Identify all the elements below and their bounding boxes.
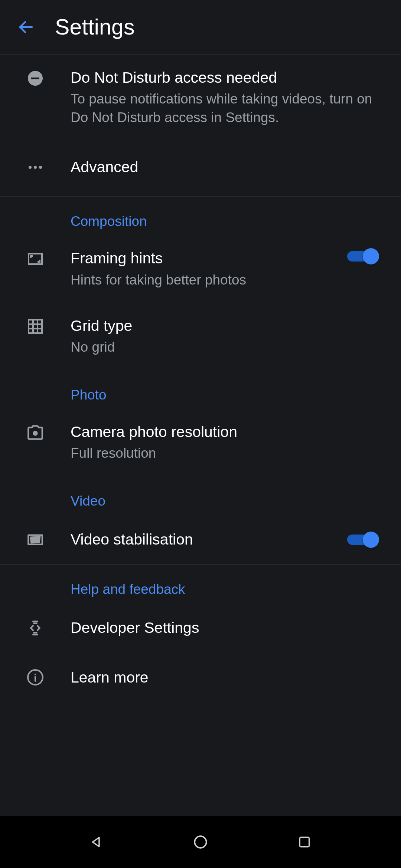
- back-button[interactable]: [16, 17, 36, 37]
- row-developer-settings[interactable]: Developer Settings: [0, 603, 401, 652]
- row-photo-resolution[interactable]: Camera photo resolution Full resolution: [0, 409, 401, 476]
- info-icon: [26, 668, 44, 686]
- frame-icon: [26, 250, 44, 268]
- section-header-video: Video: [0, 476, 401, 515]
- developer-icon: [26, 619, 44, 637]
- row-learn-more[interactable]: Learn more: [0, 653, 401, 702]
- row-video-stabilisation[interactable]: Video stabilisation: [0, 515, 401, 564]
- row-title: Camera photo resolution: [71, 422, 385, 442]
- row-subtitle: Hints for taking better photos: [71, 271, 340, 289]
- svg-marker-14: [30, 536, 40, 543]
- row-title: Video stabilisation: [71, 530, 340, 549]
- settings-list: Do Not Disturb access needed To pause no…: [0, 55, 401, 868]
- more-horizontal-icon: [26, 158, 44, 176]
- toggle-framing-hints[interactable]: [347, 249, 378, 264]
- nav-recents-button[interactable]: [293, 831, 316, 853]
- row-advanced[interactable]: Advanced: [0, 140, 401, 196]
- row-subtitle: No grid: [71, 338, 385, 356]
- row-subtitle: To pause notifications while taking vide…: [71, 90, 385, 127]
- row-subtitle: Full resolution: [71, 444, 385, 463]
- section-header-photo: Photo: [0, 370, 401, 409]
- toggle-video-stabilisation[interactable]: [347, 532, 378, 548]
- nav-back-button[interactable]: [85, 831, 108, 853]
- system-nav-bar: [0, 816, 401, 868]
- svg-rect-24: [300, 837, 309, 846]
- row-title: Grid type: [71, 316, 385, 336]
- row-title: Learn more: [71, 668, 385, 687]
- do-not-disturb-icon: [26, 69, 44, 87]
- triangle-back-icon: [89, 834, 104, 850]
- stabilisation-icon: [26, 530, 45, 549]
- arrow-back-icon: [17, 18, 35, 36]
- row-dnd-access[interactable]: Do Not Disturb access needed To pause no…: [0, 55, 401, 140]
- svg-point-4: [34, 166, 37, 169]
- svg-point-3: [29, 166, 32, 169]
- svg-point-23: [195, 836, 206, 848]
- svg-marker-22: [93, 838, 100, 847]
- section-header-composition: Composition: [0, 197, 401, 235]
- svg-rect-7: [29, 320, 42, 333]
- row-framing-hints[interactable]: Framing hints Hints for taking better ph…: [0, 235, 401, 302]
- row-title: Do Not Disturb access needed: [71, 68, 385, 88]
- app-bar: Settings: [0, 0, 401, 55]
- nav-home-button[interactable]: [189, 831, 212, 853]
- camera-icon: [26, 424, 45, 442]
- grid-icon: [26, 318, 44, 335]
- section-header-help: Help and feedback: [0, 565, 401, 603]
- svg-rect-2: [31, 78, 39, 79]
- svg-point-5: [39, 166, 42, 169]
- circle-home-icon: [193, 834, 208, 850]
- svg-point-12: [33, 431, 38, 435]
- row-title: Framing hints: [71, 249, 340, 268]
- page-title: Settings: [55, 14, 135, 40]
- row-title: Developer Settings: [71, 618, 385, 638]
- row-grid-type[interactable]: Grid type No grid: [0, 303, 401, 370]
- square-recents-icon: [297, 835, 312, 849]
- row-title: Advanced: [71, 157, 385, 177]
